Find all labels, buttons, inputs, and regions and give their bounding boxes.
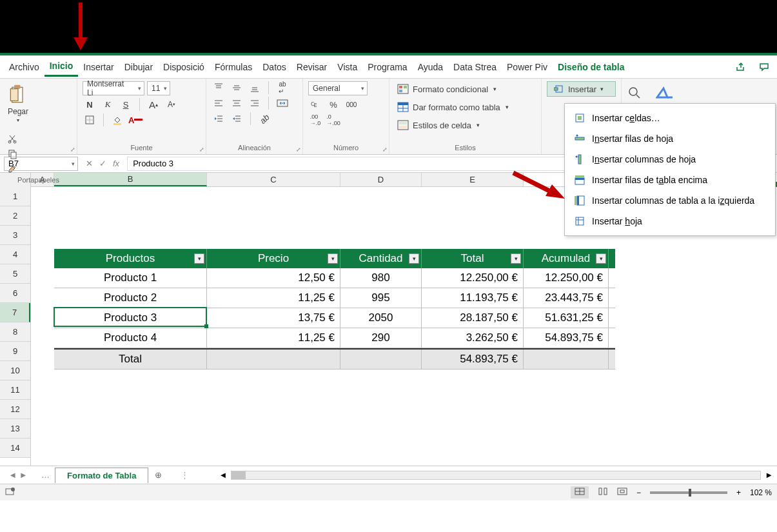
sheet-nav-more[interactable]: … [36, 470, 55, 480]
horizontal-scrollbar[interactable]: ◄► [215, 470, 777, 480]
record-macro-icon[interactable] [5, 487, 15, 498]
filter-icon[interactable]: ▾ [596, 253, 606, 264]
dialog-launcher-icon[interactable]: ⤢ [382, 146, 388, 153]
menu-insert-table-rows-above[interactable]: Insertar filas de tabla encima [565, 170, 775, 190]
name-box[interactable]: B7 [4, 157, 78, 171]
table-row[interactable]: Producto 4 11,25 € 290 3.262,50 € 54.893… [54, 328, 615, 348]
menu-insert-sheet-cols[interactable]: Insertar columnas de hoja [565, 149, 775, 170]
accounting-format-icon[interactable]: ₠ [308, 98, 322, 111]
header-precio[interactable]: Precio▾ [207, 249, 340, 268]
row-header[interactable]: 4 [0, 245, 30, 264]
col-header-c[interactable]: C [207, 173, 340, 186]
filter-icon[interactable]: ▾ [194, 253, 204, 264]
borders-icon[interactable] [83, 113, 97, 126]
orientation-icon[interactable]: ab [257, 112, 271, 125]
align-center-icon[interactable] [230, 97, 244, 110]
fx-icon[interactable]: fx [113, 159, 119, 168]
cell-styles-button[interactable]: Estilos de celda▾ [395, 117, 536, 133]
increase-font-icon[interactable]: A▴ [146, 98, 161, 111]
row-header[interactable]: 2 [0, 206, 30, 226]
filter-icon[interactable]: ▾ [409, 253, 419, 264]
tab-ayuda[interactable]: Ayuda [413, 58, 448, 76]
share-icon[interactable] [732, 59, 750, 75]
page-layout-view-icon[interactable] [598, 488, 608, 497]
font-size-dropdown[interactable]: 11 [147, 81, 170, 95]
decrease-decimal-icon[interactable]: .0→.00 [326, 113, 340, 126]
tab-power-pivot[interactable]: Power Piv [502, 58, 553, 76]
row-header[interactable]: 8 [0, 322, 30, 342]
row-header[interactable]: 7 [0, 303, 30, 322]
zoom-in-icon[interactable]: + [736, 488, 741, 497]
tab-dibujar[interactable]: Dibujar [119, 58, 158, 76]
col-header-e[interactable]: E [422, 173, 524, 186]
menu-insert-cells[interactable]: Insertar celdas… [565, 108, 775, 128]
dialog-launcher-icon[interactable]: ⤢ [199, 146, 204, 153]
underline-button[interactable]: S [119, 98, 133, 111]
dialog-launcher-icon[interactable]: ⤢ [70, 146, 75, 153]
bold-button[interactable]: N [83, 98, 97, 111]
table-row[interactable]: Producto 3 13,75 € 2050 28.187,50 € 51.6… [54, 308, 615, 328]
tab-insertar[interactable]: Insertar [78, 58, 119, 76]
row-header[interactable]: 11 [0, 380, 30, 400]
addins-icon[interactable] [655, 85, 674, 101]
increase-decimal-icon[interactable]: .00→.0 [308, 113, 322, 126]
tab-table-design[interactable]: Diseño de tabla [553, 58, 629, 76]
zoom-slider[interactable] [650, 491, 727, 494]
font-name-dropdown[interactable]: Montserrat Li [83, 81, 144, 95]
table-row[interactable]: Producto 1 12,50 € 980 12.250,00 € 12.25… [54, 268, 615, 288]
cancel-formula-icon[interactable]: ✕ [86, 159, 93, 168]
dialog-launcher-icon[interactable]: ⤢ [296, 146, 301, 153]
row-header[interactable]: 14 [0, 438, 30, 458]
table-total-row[interactable]: Total 54.893,75 € [54, 348, 615, 369]
enter-formula-icon[interactable]: ✓ [99, 159, 106, 168]
tab-programador[interactable]: Programa [362, 58, 412, 76]
tab-archivo[interactable]: Archivo [4, 58, 44, 76]
page-break-view-icon[interactable] [617, 488, 627, 497]
tab-datos[interactable]: Datos [257, 58, 291, 76]
percent-icon[interactable]: % [326, 98, 340, 111]
header-acumulado[interactable]: Acumulad▾ [524, 249, 609, 268]
col-header-d[interactable]: D [340, 173, 422, 186]
tab-disposicion[interactable]: Disposició [158, 58, 210, 76]
italic-button[interactable]: K [101, 98, 115, 111]
align-bottom-icon[interactable] [248, 81, 262, 94]
row-header[interactable]: 12 [0, 400, 30, 419]
zoom-out-icon[interactable]: − [636, 488, 641, 497]
menu-insert-sheet-rows[interactable]: Insertar filas de hoja [565, 128, 775, 149]
tab-vista[interactable]: Vista [332, 58, 362, 76]
tab-revisar[interactable]: Revisar [291, 58, 332, 76]
row-header[interactable]: 10 [0, 361, 30, 380]
fill-color-icon[interactable] [110, 113, 124, 126]
format-as-table-button[interactable]: Dar formato como tabla▾ [395, 99, 536, 115]
merge-cells-icon[interactable] [275, 97, 290, 110]
align-left-icon[interactable] [211, 97, 226, 110]
tab-formulas[interactable]: Fórmulas [210, 58, 257, 76]
row-header[interactable]: 9 [0, 342, 30, 361]
comments-icon[interactable] [755, 59, 773, 75]
font-color-icon[interactable]: A [128, 113, 143, 126]
tab-data-streamer[interactable]: Data Strea [448, 58, 502, 76]
row-header[interactable]: 6 [0, 284, 30, 303]
row-header[interactable]: 13 [0, 419, 30, 438]
filter-icon[interactable]: ▾ [328, 253, 338, 264]
conditional-formatting-button[interactable]: Formato condicional▾ [395, 81, 536, 97]
decrease-indent-icon[interactable] [211, 112, 226, 125]
header-total[interactable]: Total▾ [422, 249, 524, 268]
align-middle-icon[interactable] [230, 81, 244, 94]
paste-button[interactable]: Pegar ▾ [5, 81, 31, 126]
header-productos[interactable]: Productos▾ [54, 249, 207, 268]
increase-indent-icon[interactable] [230, 112, 244, 125]
comma-style-icon[interactable]: 000 [344, 98, 359, 111]
tab-inicio[interactable]: Inicio [44, 57, 79, 77]
header-cantidad[interactable]: Cantidad▾ [340, 249, 422, 268]
table-row[interactable]: Producto 2 11,25 € 995 11.193,75 € 23.44… [54, 288, 615, 308]
sheet-tab[interactable]: Formato de Tabla [55, 468, 148, 483]
wrap-text-icon[interactable]: ab↵ [275, 81, 290, 94]
zoom-level[interactable]: 102 % [750, 488, 772, 497]
menu-insert-sheet[interactable]: Insertar hoja [565, 211, 775, 232]
row-header[interactable]: 5 [0, 264, 30, 284]
decrease-font-icon[interactable]: A▾ [164, 98, 179, 111]
search-icon[interactable] [627, 85, 642, 101]
menu-insert-table-cols-left[interactable]: Insertar columnas de tabla a la izquierd… [565, 190, 775, 211]
row-header[interactable]: 1 [0, 187, 30, 206]
